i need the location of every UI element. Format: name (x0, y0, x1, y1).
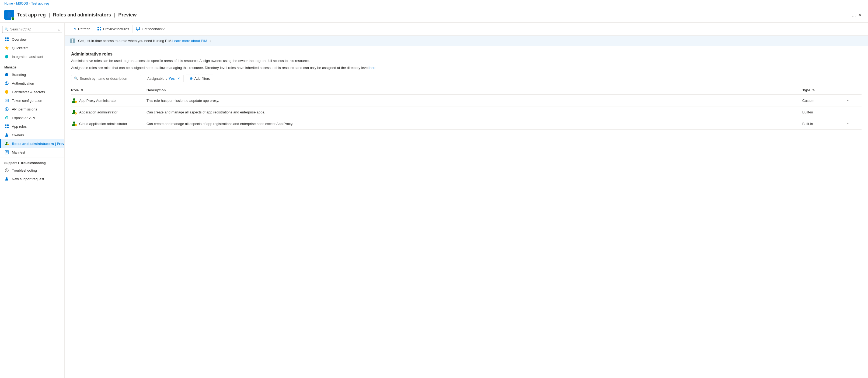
refresh-label: Refresh (78, 27, 91, 31)
manage-section-label: Manage (0, 62, 64, 70)
svg-rect-32 (100, 29, 101, 30)
col-description[interactable]: Description (147, 86, 802, 94)
svg-text:+: + (75, 101, 76, 103)
svg-rect-16 (7, 127, 9, 128)
app-icon-badge: + (11, 17, 15, 21)
svg-point-39 (73, 121, 75, 124)
row2-more-button[interactable]: ··· (845, 109, 852, 115)
support-section-label: Support + Troubleshooting (0, 157, 64, 166)
svg-rect-13 (5, 124, 6, 126)
preview-features-button[interactable]: Preview features (94, 25, 133, 33)
breadcrumb-home[interactable]: Home (4, 2, 13, 5)
branding-icon (4, 72, 9, 77)
add-filters-label: Add filters (194, 77, 210, 81)
add-filters-button[interactable]: ⊕ Add filters (186, 75, 214, 82)
sidebar-item-roles-admin[interactable]: + Roles and administrators | Preview (0, 139, 64, 148)
sidebar-item-app-roles[interactable]: App roles (0, 122, 64, 131)
close-button[interactable]: ✕ (856, 11, 864, 19)
svg-rect-1 (7, 37, 9, 39)
row1-more-button[interactable]: ··· (845, 97, 852, 104)
actions-cell-1: ··· (845, 94, 862, 107)
role-cell-2: + Application administrator (71, 107, 147, 118)
type-cell-3: Built-in (802, 118, 845, 129)
sidebar-item-owners[interactable]: Owners (0, 131, 64, 139)
desc-cell-3: Can create and manage all aspects of app… (147, 118, 802, 129)
sidebar-item-branding-label: Branding (12, 73, 26, 77)
role-sort-icon: ⇅ (81, 89, 83, 92)
breadcrumb-msods[interactable]: MSODS (16, 2, 28, 5)
role-cell-1: + App Proxy Administrator (71, 94, 147, 107)
sidebar-item-new-support[interactable]: New support request (0, 175, 64, 183)
toolbar: ↻ Refresh Preview features Got feedback? (65, 23, 868, 35)
owners-icon (4, 133, 9, 137)
sidebar-item-certificates-label: Certificates & secrets (12, 90, 45, 94)
svg-rect-14 (7, 124, 9, 126)
sidebar-item-certificates[interactable]: Certificates & secrets (0, 88, 64, 96)
col-role[interactable]: Role ⇅ (71, 86, 147, 94)
filters-row: 🔍 Search by name or description Assignab… (71, 75, 862, 82)
breadcrumb: Home › MSODS › Test app reg (0, 0, 868, 7)
app-icon: 👤 + (4, 10, 14, 20)
preview-features-icon (97, 26, 101, 31)
sidebar-item-expose-api[interactable]: Expose an API (0, 113, 64, 122)
svg-text:+: + (75, 113, 76, 115)
sidebar: 🔍 Search (Ctrl+/) « Overview Quickstart (0, 23, 65, 378)
support-icon (4, 176, 9, 181)
grid-icon (4, 37, 9, 42)
desc-cell-1: This role has permissiont o aupdate app … (147, 94, 802, 107)
expose-icon (4, 115, 9, 120)
svg-rect-3 (7, 39, 9, 41)
svg-text:+: + (8, 144, 9, 145)
sidebar-item-manifest[interactable]: Manifest (0, 148, 64, 156)
filter-label: Assignable (147, 77, 164, 81)
sidebar-item-api-permissions[interactable]: API permissions (0, 105, 64, 113)
header-more-button[interactable]: ... (852, 12, 856, 18)
breadcrumb-testappreg[interactable]: Test app reg (31, 2, 49, 5)
page-content: Administrative roles Administrative role… (65, 46, 868, 135)
role-icon-3: + (71, 121, 77, 127)
sidebar-item-overview[interactable]: Overview (0, 35, 64, 43)
sidebar-item-new-support-label: New support request (12, 177, 44, 181)
sidebar-search[interactable]: 🔍 Search (Ctrl+/) « (2, 26, 62, 33)
sidebar-item-quickstart-label: Quickstart (12, 46, 28, 50)
collapse-sidebar-button[interactable]: « (58, 27, 60, 31)
info-banner: ℹ️ Get just-in-time access to a role whe… (65, 35, 868, 46)
svg-rect-15 (5, 127, 6, 128)
assignable-filter-chip[interactable]: Assignable : Yes ✕ (144, 75, 183, 82)
role-cell-3: + Cloud application administrator (71, 118, 147, 129)
type-sort-icon: ⇅ (812, 89, 815, 92)
section-desc1: Administrative roles can be used to gran… (71, 58, 862, 64)
sidebar-item-troubleshooting[interactable]: Troubleshooting (0, 166, 64, 175)
sidebar-item-troubleshooting-label: Troubleshooting (12, 168, 37, 172)
search-icon: 🔍 (5, 27, 9, 31)
refresh-button[interactable]: ↻ Refresh (70, 25, 94, 33)
role-icon-2: + (71, 109, 77, 115)
sidebar-item-branding[interactable]: Branding (0, 70, 64, 79)
section-desc2-link[interactable]: here (370, 66, 376, 70)
sidebar-item-authentication[interactable]: Authentication (0, 79, 64, 88)
cert-icon (4, 89, 9, 94)
type-cell-2: Built-in (802, 107, 845, 118)
got-feedback-button[interactable]: Got feedback? (132, 25, 168, 33)
col-actions (845, 86, 862, 94)
row3-more-button[interactable]: ··· (845, 121, 852, 127)
actions-cell-2: ··· (845, 107, 862, 118)
sidebar-item-token-label: Token configuration (12, 98, 42, 103)
sidebar-item-overview-label: Overview (12, 37, 26, 41)
svg-point-27 (6, 171, 7, 171)
sidebar-item-token-config[interactable]: Token configuration (0, 96, 64, 105)
sidebar-item-integration-assistant[interactable]: Integration assistant (0, 52, 64, 61)
info-banner-link[interactable]: Learn more about PIM (173, 39, 207, 43)
search-box-icon: 🔍 (74, 77, 78, 80)
sidebar-item-integration-label: Integration assistant (12, 55, 43, 59)
sidebar-item-quickstart[interactable]: Quickstart (0, 43, 64, 52)
search-box[interactable]: 🔍 Search by name or description (71, 75, 141, 82)
svg-point-18 (6, 142, 7, 144)
svg-rect-2 (5, 39, 6, 41)
quickstart-icon (4, 46, 9, 50)
refresh-icon: ↻ (73, 27, 76, 31)
col-type[interactable]: Type ⇅ (802, 86, 845, 94)
sidebar-search-placeholder: Search (Ctrl+/) (10, 27, 31, 31)
svg-rect-4 (5, 74, 8, 76)
preview-features-label: Preview features (103, 27, 129, 31)
